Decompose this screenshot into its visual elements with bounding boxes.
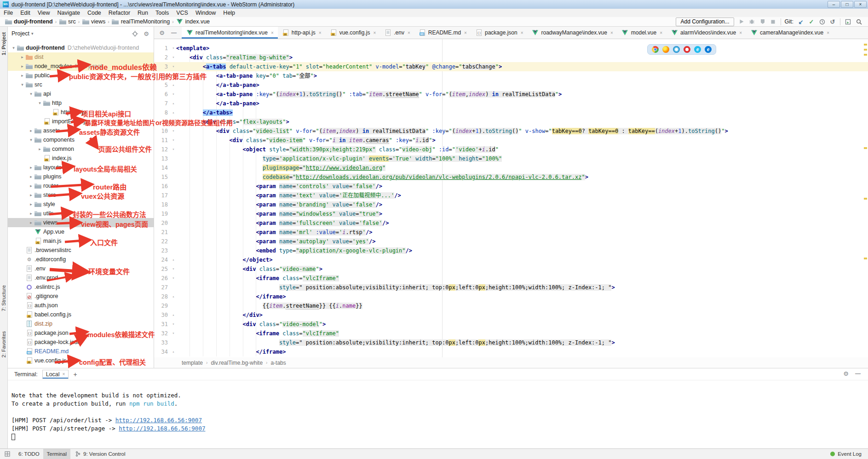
minimize-button[interactable]: – <box>828 1 840 8</box>
tree-item-views[interactable]: ▸views <box>8 218 154 227</box>
chevron-down-icon[interactable]: ▾ <box>11 46 17 50</box>
rollback-icon[interactable]: ↺ <box>829 18 836 25</box>
opera-browser-icon[interactable] <box>684 46 690 53</box>
tab-close-icon[interactable]: × <box>319 30 322 35</box>
tree-item-.env[interactable]: .env <box>8 264 154 273</box>
chevron-right-icon[interactable]: ▸ <box>28 211 34 216</box>
chevron-right-icon[interactable]: ▸ <box>19 64 25 69</box>
tree-item-package-lock.json[interactable]: {}package-lock.json <box>8 338 154 347</box>
tree-item-duoji-frontend[interactable]: ▾duoji-frontendD:\zheheWeb\duoji-fronten… <box>8 43 154 52</box>
terminal-link[interactable]: http://192.168.66.56:9007 <box>115 417 202 424</box>
chevron-right-icon[interactable]: ▸ <box>28 174 34 179</box>
tree-item-nodemodules[interactable]: ▸node_moduleslibrary root <box>8 62 154 71</box>
chevron-right-icon[interactable]: ▸ <box>28 202 34 207</box>
tree-item-App.vue[interactable]: App.vue <box>8 227 154 236</box>
tree-item-store[interactable]: ▸store <box>8 190 154 200</box>
breadcrumb-item-index.vue[interactable]: index.vue <box>176 18 210 25</box>
stripe-favorites-label[interactable]: 2: Favorites <box>1 331 6 357</box>
code-editor[interactable]: 1▾<template>2▾ <div class="realTime bg-w… <box>154 39 868 357</box>
breadcrumb-item-views[interactable]: views <box>82 18 105 25</box>
update-icon[interactable]: ↙ <box>797 18 805 25</box>
tab-close-icon[interactable]: × <box>271 30 274 35</box>
stripe-structure-label[interactable]: 7: Structure <box>1 285 6 311</box>
edge-browser-icon[interactable]: e <box>705 46 712 53</box>
terminal-output[interactable]: Note that the development build is not o… <box>8 380 868 441</box>
tab-close-icon[interactable]: × <box>408 30 410 35</box>
fold-marker-icon[interactable]: ▴ <box>171 99 176 108</box>
terminal-link[interactable]: http://192.168.66.56:9007 <box>119 425 205 432</box>
commit-icon[interactable]: ✓ <box>808 18 815 25</box>
tree-item-utils[interactable]: ▸utils <box>8 209 154 218</box>
tree-item-.env.prod[interactable]: .env.prod <box>8 273 154 282</box>
coverage-icon[interactable] <box>759 18 766 25</box>
breadcrumb-item-src[interactable]: src <box>59 18 76 25</box>
chevron-down-icon[interactable]: ▾ <box>19 82 25 87</box>
tree-item-index.js[interactable]: JSindex.js <box>8 154 154 163</box>
minimize-icon[interactable]: — <box>854 370 862 377</box>
fold-marker-icon[interactable]: ▾ <box>171 62 176 71</box>
firefox-browser-icon[interactable] <box>662 46 669 53</box>
status-todo[interactable]: 6: TODO <box>15 449 43 459</box>
editor-tab-.env[interactable]: .env× <box>380 27 414 39</box>
editor-breadcrumb-item[interactable]: div.realTime.bg-white <box>211 360 263 366</box>
menu-run[interactable]: Run <box>134 9 152 17</box>
menu-window[interactable]: Window <box>192 9 219 17</box>
menu-view[interactable]: View <box>34 9 54 17</box>
editor-breadcrumb-item[interactable]: template <box>182 360 203 366</box>
editor-tab-roadwayManage-index.vue[interactable]: roadwayManage\index.vue× <box>528 27 617 39</box>
fold-marker-icon[interactable]: ▾ <box>171 136 176 145</box>
tree-item-.eslintrc.js[interactable]: .eslintrc.js <box>8 282 154 292</box>
tree-item-importExcel.js[interactable]: JSimportExcel.js <box>8 117 154 126</box>
stop-icon[interactable] <box>770 18 777 25</box>
menu-tools[interactable]: Tools <box>152 9 172 17</box>
menu-edit[interactable]: Edit <box>17 9 34 17</box>
chevron-right-icon[interactable]: ▸ <box>37 147 43 151</box>
tree-item-public[interactable]: ▸public <box>8 71 154 80</box>
tab-close-icon[interactable]: × <box>827 30 829 35</box>
maximize-button[interactable]: □ <box>841 1 853 8</box>
tab-close-icon[interactable]: × <box>610 30 613 35</box>
fold-marker-icon[interactable]: ▾ <box>171 117 176 126</box>
tree-item-layouts[interactable]: ▸layouts <box>8 163 154 172</box>
project-panel-header[interactable]: Project ▾ ⚙ <box>8 27 154 40</box>
editor-breadcrumb-item[interactable]: a-tabs <box>270 360 286 366</box>
tree-item-babel.config.js[interactable]: JSbabel.config.js <box>8 310 154 319</box>
gear-icon[interactable]: ⚙ <box>143 30 150 37</box>
gear-icon[interactable]: ⚙ <box>842 370 850 377</box>
tree-item-.gitignore[interactable]: .gitignore <box>8 292 154 301</box>
locate-icon[interactable] <box>131 30 138 37</box>
chevron-right-icon[interactable]: ▸ <box>28 128 34 133</box>
fold-marker-icon[interactable]: ▾ <box>171 44 176 53</box>
chevron-right-icon[interactable]: ▸ <box>28 220 34 225</box>
fold-marker-icon[interactable]: ▾ <box>171 145 176 154</box>
fold-marker-icon[interactable]: ▴ <box>171 347 176 356</box>
tree-item-src[interactable]: ▾src <box>8 80 154 89</box>
menu-code[interactable]: Code <box>84 9 105 17</box>
tree-item-main.js[interactable]: JSmain.js <box>8 236 154 246</box>
toolwindow-switcher-icon[interactable] <box>0 449 15 459</box>
tree-item-style[interactable]: ▸style <box>8 200 154 209</box>
chevron-right-icon[interactable]: ▸ <box>28 184 34 188</box>
gear-icon[interactable]: ⚙ <box>158 29 166 36</box>
fold-marker-icon[interactable]: ▾ <box>171 90 176 99</box>
debug-icon[interactable] <box>748 18 756 25</box>
fold-marker-icon[interactable]: ▴ <box>171 310 176 320</box>
menu-vcs[interactable]: VCS <box>172 9 192 17</box>
menu-refactor[interactable]: Refactor <box>105 9 134 17</box>
stripe-project-label[interactable]: 1: Project <box>1 32 6 55</box>
tree-item-common[interactable]: ▸common <box>8 144 154 154</box>
terminal-tab-local[interactable]: Local × <box>42 370 69 379</box>
chrome-browser-icon[interactable] <box>652 46 659 53</box>
fold-marker-icon[interactable]: ▴ <box>171 255 176 264</box>
tree-item-auth.json[interactable]: {}auth.json <box>8 301 154 310</box>
fold-marker-icon[interactable]: ▾ <box>171 126 176 136</box>
editor-tab-realTimeMonitoring-index.vue[interactable]: realTimeMonitoring\index.vue× <box>182 27 278 39</box>
tree-item-router[interactable]: ▸router <box>8 181 154 190</box>
menu-file[interactable]: File <box>0 9 17 17</box>
fold-marker-icon[interactable]: ▴ <box>171 292 176 301</box>
hide-icon[interactable]: — <box>170 29 178 36</box>
tree-item-dist.zip[interactable]: dist.zip <box>8 319 154 328</box>
menu-help[interactable]: Help <box>219 9 239 17</box>
tab-close-icon[interactable]: × <box>739 30 742 35</box>
tree-item-.editorconfig[interactable]: ⚙.editorconfig <box>8 255 154 264</box>
